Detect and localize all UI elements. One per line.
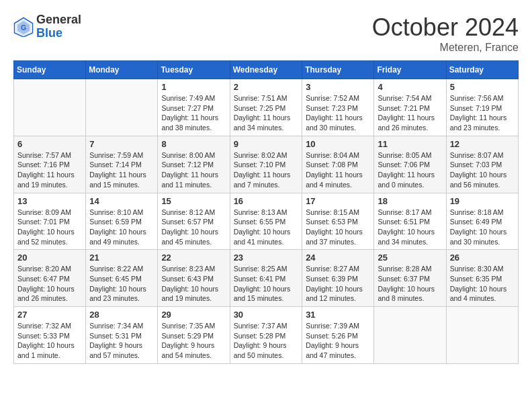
day-cell: 3Sunrise: 7:52 AM Sunset: 7:23 PM Daylig… [302, 79, 374, 136]
week-row-5: 27Sunrise: 7:32 AM Sunset: 5:33 PM Dayli… [14, 307, 519, 364]
day-info: Sunrise: 7:59 AM Sunset: 7:14 PM Dayligh… [89, 150, 154, 190]
svg-text:G: G [21, 23, 26, 31]
day-number: 31 [306, 310, 370, 320]
day-info: Sunrise: 8:27 AM Sunset: 6:39 PM Dayligh… [306, 264, 370, 304]
day-cell: 6Sunrise: 7:57 AM Sunset: 7:16 PM Daylig… [14, 136, 86, 193]
day-number: 11 [378, 139, 442, 149]
day-cell: 30Sunrise: 7:37 AM Sunset: 5:28 PM Dayli… [230, 307, 302, 364]
day-cell: 11Sunrise: 8:05 AM Sunset: 7:06 PM Dayli… [374, 136, 446, 193]
day-cell: 14Sunrise: 8:10 AM Sunset: 6:59 PM Dayli… [86, 193, 158, 250]
day-number: 8 [161, 139, 226, 149]
location: Meteren, France [372, 42, 519, 54]
day-cell: 24Sunrise: 8:27 AM Sunset: 6:39 PM Dayli… [302, 250, 374, 307]
day-cell: 20Sunrise: 8:20 AM Sunset: 6:47 PM Dayli… [14, 250, 86, 307]
day-number: 1 [161, 82, 226, 92]
day-number: 23 [234, 253, 299, 263]
week-row-2: 6Sunrise: 7:57 AM Sunset: 7:16 PM Daylig… [14, 136, 519, 193]
day-number: 13 [17, 196, 82, 206]
day-cell: 23Sunrise: 8:25 AM Sunset: 6:41 PM Dayli… [230, 250, 302, 307]
day-header-sunday: Sunday [14, 61, 86, 79]
day-cell: 27Sunrise: 7:32 AM Sunset: 5:33 PM Dayli… [14, 307, 86, 364]
day-info: Sunrise: 7:54 AM Sunset: 7:21 PM Dayligh… [378, 93, 442, 133]
day-info: Sunrise: 7:56 AM Sunset: 7:19 PM Dayligh… [450, 93, 515, 133]
day-number: 16 [234, 196, 299, 206]
logo: G General Blue [13, 13, 81, 40]
day-info: Sunrise: 8:00 AM Sunset: 7:12 PM Dayligh… [161, 150, 226, 190]
day-number: 6 [17, 139, 82, 149]
day-info: Sunrise: 8:30 AM Sunset: 6:35 PM Dayligh… [450, 264, 515, 304]
logo-icon: G [13, 17, 34, 37]
day-cell: 19Sunrise: 8:18 AM Sunset: 6:49 PM Dayli… [446, 193, 518, 250]
day-info: Sunrise: 8:28 AM Sunset: 6:37 PM Dayligh… [378, 264, 442, 304]
day-header-friday: Friday [374, 61, 446, 79]
day-cell: 17Sunrise: 8:15 AM Sunset: 6:53 PM Dayli… [302, 193, 374, 250]
day-header-monday: Monday [86, 61, 158, 79]
day-info: Sunrise: 7:52 AM Sunset: 7:23 PM Dayligh… [306, 93, 370, 133]
day-info: Sunrise: 8:23 AM Sunset: 6:43 PM Dayligh… [161, 264, 226, 304]
day-cell: 31Sunrise: 7:39 AM Sunset: 5:26 PM Dayli… [302, 307, 374, 364]
title-block: October 2024 Meteren, France [372, 13, 519, 54]
day-info: Sunrise: 7:32 AM Sunset: 5:33 PM Dayligh… [17, 321, 82, 361]
day-info: Sunrise: 8:04 AM Sunset: 7:08 PM Dayligh… [306, 150, 370, 190]
day-number: 22 [161, 253, 226, 263]
day-number: 24 [306, 253, 370, 263]
day-number: 14 [89, 196, 154, 206]
day-number: 4 [378, 82, 442, 92]
day-number: 17 [306, 196, 370, 206]
day-number: 3 [306, 82, 370, 92]
day-cell: 22Sunrise: 8:23 AM Sunset: 6:43 PM Dayli… [158, 250, 230, 307]
day-number: 9 [234, 139, 299, 149]
week-row-4: 20Sunrise: 8:20 AM Sunset: 6:47 PM Dayli… [14, 250, 519, 307]
day-number: 21 [89, 253, 154, 263]
day-number: 15 [161, 196, 226, 206]
day-info: Sunrise: 8:25 AM Sunset: 6:41 PM Dayligh… [234, 264, 299, 304]
day-cell: 26Sunrise: 8:30 AM Sunset: 6:35 PM Dayli… [446, 250, 518, 307]
day-cell: 13Sunrise: 8:09 AM Sunset: 7:01 PM Dayli… [14, 193, 86, 250]
day-cell: 8Sunrise: 8:00 AM Sunset: 7:12 PM Daylig… [158, 136, 230, 193]
day-cell: 7Sunrise: 7:59 AM Sunset: 7:14 PM Daylig… [86, 136, 158, 193]
day-cell: 18Sunrise: 8:17 AM Sunset: 6:51 PM Dayli… [374, 193, 446, 250]
day-info: Sunrise: 7:34 AM Sunset: 5:31 PM Dayligh… [89, 321, 154, 361]
day-cell: 2Sunrise: 7:51 AM Sunset: 7:25 PM Daylig… [230, 79, 302, 136]
day-info: Sunrise: 8:10 AM Sunset: 6:59 PM Dayligh… [89, 208, 154, 247]
day-info: Sunrise: 8:12 AM Sunset: 6:57 PM Dayligh… [161, 208, 226, 247]
day-info: Sunrise: 8:07 AM Sunset: 7:03 PM Dayligh… [450, 150, 515, 190]
day-cell: 25Sunrise: 8:28 AM Sunset: 6:37 PM Dayli… [374, 250, 446, 307]
day-info: Sunrise: 8:17 AM Sunset: 6:51 PM Dayligh… [378, 208, 442, 247]
day-cell: 4Sunrise: 7:54 AM Sunset: 7:21 PM Daylig… [374, 79, 446, 136]
day-cell [14, 79, 86, 136]
day-header-wednesday: Wednesday [230, 61, 302, 79]
day-number: 12 [450, 139, 515, 149]
day-number: 5 [450, 82, 515, 92]
week-row-1: 1Sunrise: 7:49 AM Sunset: 7:27 PM Daylig… [14, 79, 519, 136]
day-info: Sunrise: 8:02 AM Sunset: 7:10 PM Dayligh… [234, 150, 299, 190]
day-number: 25 [378, 253, 442, 263]
day-cell: 21Sunrise: 8:22 AM Sunset: 6:45 PM Dayli… [86, 250, 158, 307]
day-cell: 5Sunrise: 7:56 AM Sunset: 7:19 PM Daylig… [446, 79, 518, 136]
day-number: 10 [306, 139, 370, 149]
day-info: Sunrise: 7:51 AM Sunset: 7:25 PM Dayligh… [234, 93, 299, 133]
day-cell: 16Sunrise: 8:13 AM Sunset: 6:55 PM Dayli… [230, 193, 302, 250]
day-cell [446, 307, 518, 364]
header-row: SundayMondayTuesdayWednesdayThursdayFrid… [14, 61, 519, 79]
day-info: Sunrise: 8:20 AM Sunset: 6:47 PM Dayligh… [17, 264, 82, 304]
day-number: 19 [450, 196, 515, 206]
day-cell: 9Sunrise: 8:02 AM Sunset: 7:10 PM Daylig… [230, 136, 302, 193]
day-number: 26 [450, 253, 515, 263]
day-info: Sunrise: 7:37 AM Sunset: 5:28 PM Dayligh… [234, 321, 299, 361]
day-header-thursday: Thursday [302, 61, 374, 79]
day-info: Sunrise: 8:13 AM Sunset: 6:55 PM Dayligh… [234, 208, 299, 247]
day-number: 18 [378, 196, 442, 206]
day-cell: 1Sunrise: 7:49 AM Sunset: 7:27 PM Daylig… [158, 79, 230, 136]
day-cell [374, 307, 446, 364]
day-info: Sunrise: 7:35 AM Sunset: 5:29 PM Dayligh… [161, 321, 226, 361]
day-cell: 29Sunrise: 7:35 AM Sunset: 5:29 PM Dayli… [158, 307, 230, 364]
day-info: Sunrise: 7:39 AM Sunset: 5:26 PM Dayligh… [306, 321, 370, 361]
day-number: 27 [17, 310, 82, 320]
day-number: 28 [89, 310, 154, 320]
day-info: Sunrise: 7:57 AM Sunset: 7:16 PM Dayligh… [17, 150, 82, 190]
week-row-3: 13Sunrise: 8:09 AM Sunset: 7:01 PM Dayli… [14, 193, 519, 250]
day-number: 20 [17, 253, 82, 263]
day-info: Sunrise: 7:49 AM Sunset: 7:27 PM Dayligh… [161, 93, 226, 133]
month-title: October 2024 [372, 13, 519, 42]
